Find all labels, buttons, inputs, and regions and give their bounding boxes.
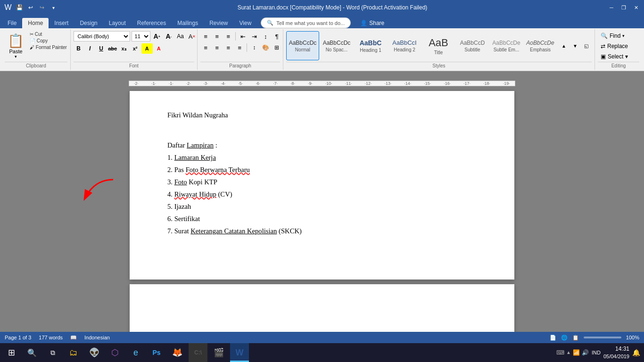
style-subtitle[interactable]: AaBbCcD Subtitle [456, 31, 489, 60]
tab-insert[interactable]: Insert [49, 18, 74, 28]
tab-design[interactable]: Design [74, 18, 103, 28]
text-highlight-btn[interactable]: A [141, 43, 153, 54]
save-icon[interactable]: 💾 [15, 3, 24, 12]
subscript-button[interactable]: x₂ [119, 43, 129, 54]
task-view-button[interactable]: ⧉ [43, 343, 62, 362]
tab-mailings[interactable]: Mailings [172, 18, 204, 28]
status-bar: Page 1 of 3 177 words 📖 Indonesian 📄 🌐 📋… [0, 332, 644, 343]
list-item-6: 6. Sertifikat [167, 214, 477, 224]
borders-btn[interactable]: ⊞ [272, 42, 282, 53]
redo-icon[interactable]: ↪ [38, 3, 46, 12]
style-heading2[interactable]: AaBbCcI Heading 2 [388, 31, 421, 60]
shading-btn[interactable]: 🎨 [260, 42, 271, 53]
style-title[interactable]: AaB Title [422, 31, 455, 60]
bold-button[interactable]: B [74, 43, 84, 54]
date-display: 05/04/2019 [603, 353, 629, 360]
tell-me-box[interactable]: 🔍 Tell me what you want to do... [261, 17, 351, 28]
align-right-btn[interactable]: ≡ [223, 42, 233, 53]
align-left-btn[interactable]: ≡ [200, 42, 211, 53]
italic-button[interactable]: I [85, 43, 95, 54]
select-icon: ▣ [601, 53, 606, 60]
format-painter-button[interactable]: 🖌 Format Painter [28, 44, 69, 50]
chevron-up-icon[interactable]: ▲ [566, 350, 571, 355]
styles-scroll-down[interactable]: ▼ [570, 41, 580, 51]
share-button[interactable]: 👤 Share [355, 18, 390, 28]
paste-label: Paste [9, 49, 22, 54]
taskbar-edge[interactable]: e [126, 343, 145, 362]
more-icon[interactable]: ▾ [49, 3, 58, 12]
show-marks-btn[interactable]: ¶ [272, 31, 282, 41]
list-item-1: 1. Lamaran Kerja [167, 152, 477, 163]
numbering-btn[interactable]: ≡ [212, 31, 222, 41]
taskbar-word[interactable]: W [230, 343, 249, 362]
page-1[interactable]: Fikri Wildan Nugraha Daftar Lampiran : 1… [130, 91, 514, 280]
style-normal[interactable]: AaBbCcDc Normal [286, 31, 319, 60]
taskbar-visual-studio[interactable]: ⬡ [106, 343, 124, 362]
notification-icon[interactable]: 🔔 [632, 349, 640, 356]
copy-button[interactable]: 📄 Copy [28, 38, 69, 44]
bullets-btn[interactable]: ≡ [200, 31, 211, 41]
clear-format-btn[interactable]: A✕ [187, 31, 198, 41]
taskbar-cmd[interactable]: C:\ [189, 343, 207, 362]
increase-indent-btn[interactable]: ⇥ [249, 31, 259, 41]
tab-layout[interactable]: Layout [103, 18, 132, 28]
line-spacing-btn[interactable]: ↕ [249, 42, 259, 53]
change-case-btn[interactable]: Aa [175, 31, 186, 41]
style-subtitle-preview: AaBbCcD [460, 40, 485, 46]
close-btn[interactable]: ✕ [632, 3, 640, 12]
paste-button[interactable]: 📋 Paste ▾ [5, 31, 27, 61]
zoom-slider[interactable] [584, 337, 621, 338]
style-subtle-em[interactable]: AaBbCcDe Subtle Em... [490, 31, 523, 60]
taskbar-alienware[interactable]: 👽 [85, 343, 104, 362]
page-content[interactable]: Fikri Wildan Nugraha Daftar Lampiran : 1… [167, 110, 477, 236]
font-name-select[interactable]: Calibri (Body) [74, 31, 130, 41]
undo-icon[interactable]: ↩ [26, 3, 35, 12]
start-button[interactable]: ⊞ [2, 343, 21, 362]
volume-icon[interactable]: 🔊 [582, 349, 589, 356]
tab-view[interactable]: View [234, 18, 257, 28]
font-size-select[interactable]: 11 [132, 31, 150, 41]
style-h2-preview: AaBbCcI [392, 39, 416, 46]
view-outline-icon[interactable]: 📋 [572, 335, 579, 341]
paste-arrow[interactable]: ▾ [15, 54, 17, 59]
taskbar-explorer[interactable]: 🗂 [64, 343, 83, 362]
page2-empty-content [167, 303, 477, 332]
font-color-btn[interactable]: A [154, 43, 164, 54]
font-label: Font [74, 62, 195, 69]
style-heading1[interactable]: AaBbC Heading 1 [354, 31, 387, 60]
share-label: Share [369, 20, 384, 26]
replace-button[interactable]: ⇄ Replace [598, 41, 631, 51]
taskbar-media[interactable]: 🎬 [209, 343, 228, 362]
restore-btn[interactable]: ❐ [619, 3, 628, 12]
view-web-icon[interactable]: 🌐 [561, 335, 568, 341]
styles-expand[interactable]: ◱ [581, 41, 592, 51]
search-button[interactable]: 🔍 [23, 343, 41, 362]
justify-btn[interactable]: ≡ [234, 42, 245, 53]
find-button[interactable]: 🔍 Find ▾ [598, 31, 627, 41]
taskbar-firefox[interactable]: 🦊 [168, 343, 187, 362]
find-arrow[interactable]: ▾ [622, 33, 625, 38]
increase-font-btn[interactable]: A+ [152, 31, 162, 41]
style-no-spacing[interactable]: AaBbCcDc No Spac... [320, 31, 353, 60]
multilevel-list-btn[interactable]: ≡ [223, 31, 233, 41]
style-nospace-label: No Spac... [326, 47, 348, 52]
taskbar-photoshop[interactable]: Ps [147, 343, 166, 362]
style-h1-label: Heading 1 [360, 48, 381, 53]
underline-button[interactable]: U [96, 43, 107, 54]
tab-references[interactable]: References [132, 18, 172, 28]
tab-home[interactable]: Home [22, 18, 49, 28]
style-emphasis[interactable]: AoBbCcDe Emphasis [524, 31, 557, 60]
cut-button[interactable]: ✂ Cut [28, 31, 69, 37]
sort-btn[interactable]: ↕ [260, 31, 271, 41]
tab-file[interactable]: File [2, 18, 22, 28]
minimize-btn[interactable]: ─ [607, 3, 616, 12]
align-center-btn[interactable]: ≡ [212, 42, 222, 53]
decrease-indent-btn[interactable]: ⇤ [238, 31, 248, 41]
decrease-font-btn[interactable]: A- [164, 31, 174, 41]
styles-scroll-up[interactable]: ▲ [559, 41, 569, 51]
tab-review[interactable]: Review [204, 18, 233, 28]
strikethrough-button[interactable]: abc [107, 43, 118, 54]
select-button[interactable]: ▣ Select ▾ [598, 52, 631, 61]
superscript-button[interactable]: x² [130, 43, 140, 54]
view-print-icon[interactable]: 📄 [550, 335, 556, 341]
